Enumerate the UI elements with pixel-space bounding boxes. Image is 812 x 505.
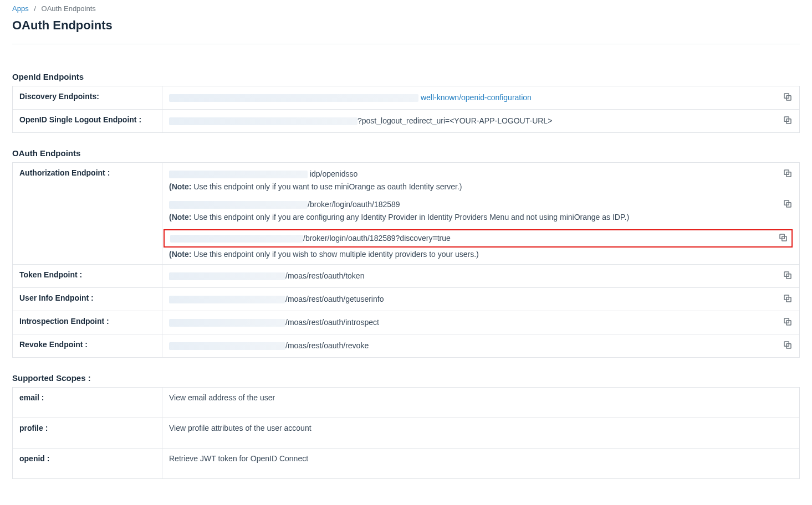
scope-profile-row: profile : View profile attributes of the… [13,418,800,449]
logout-row: OpenID Single Logout Endpoint : ?post_lo… [13,110,800,133]
copy-icon[interactable] [783,270,793,280]
scope-openid-row: openid : Retrieve JWT token for OpenID C… [13,449,800,479]
breadcrumb: Apps / OAuth Endpoints [12,4,800,13]
revoke-label: Revoke Endpoint : [13,334,162,358]
breadcrumb-apps-link[interactable]: Apps [12,4,29,13]
scope-openid-desc: Retrieve JWT token for OpenID Connect [162,449,800,479]
scope-email-desc: View email address of the user [162,388,800,418]
introspect-value: /moas/rest/oauth/introspect [169,317,776,328]
page-title: OAuth Endpoints [12,18,800,44]
userinfo-value: /moas/rest/oauth/getuserinfo [169,293,776,305]
introspect-row: Introspection Endpoint : /moas/rest/oaut… [13,311,800,334]
breadcrumb-separator: / [34,4,36,13]
copy-icon[interactable] [783,92,793,102]
scopes-section-heading: Supported Scopes : [12,373,800,383]
auth-ep1-value: idp/openidsso [169,168,776,180]
breadcrumb-current: OAuth Endpoints [42,4,96,13]
openid-section-heading: OpenId Endpoints [12,72,800,81]
auth-ep1-note: (Note: Use this endpoint only if you wan… [169,182,793,191]
auth-ep3-highlighted: /broker/login/oauth/182589?discovery=tru… [164,229,793,248]
token-value: /moas/rest/oauth/token [169,270,776,282]
introspect-label: Introspection Endpoint : [13,311,162,334]
discovery-row: Discovery Endpoints: well-known/openid-c… [13,86,800,110]
scopes-table: email : View email address of the user p… [12,387,800,479]
auth-row: Authorization Endpoint : idp/openidsso (… [13,163,800,265]
copy-icon[interactable] [778,233,788,243]
token-label: Token Endpoint : [13,265,162,288]
openid-endpoints-table: Discovery Endpoints: well-known/openid-c… [12,86,800,133]
userinfo-row: User Info Endpoint : /moas/rest/oauth/ge… [13,288,800,311]
token-row: Token Endpoint : /moas/rest/oauth/token [13,265,800,288]
copy-icon[interactable] [783,115,793,125]
oauth-endpoints-table: Authorization Endpoint : idp/openidsso (… [12,162,800,358]
revoke-value: /moas/rest/oauth/revoke [169,340,776,352]
copy-icon[interactable] [783,340,793,350]
scope-openid-label: openid : [13,449,162,479]
scope-profile-desc: View profile attributes of the user acco… [162,418,800,449]
scope-email-row: email : View email address of the user [13,388,800,418]
logout-label: OpenID Single Logout Endpoint : [13,110,162,133]
discovery-link[interactable]: well-known/openid-configuration [421,93,532,102]
discovery-label: Discovery Endpoints: [13,86,162,110]
scope-email-label: email : [13,388,162,418]
scope-profile-label: profile : [13,418,162,449]
auth-ep2-value: /broker/login/oauth/182589 [169,199,776,210]
auth-ep3-note: (Note: Use this endpoint only if you wis… [169,250,793,259]
copy-icon[interactable] [783,199,793,209]
oauth-section-heading: OAuth Endpoints [12,148,800,158]
discovery-value: well-known/openid-configuration [169,92,776,104]
copy-icon[interactable] [783,293,793,303]
auth-ep2-note: (Note: Use this endpoint only if you are… [169,213,793,221]
revoke-row: Revoke Endpoint : /moas/rest/oauth/revok… [13,334,800,358]
auth-label: Authorization Endpoint : [13,163,162,265]
logout-value: ?post_logout_redirect_uri=<YOUR-APP-LOGO… [169,115,776,127]
auth-ep3-value: /broker/login/oauth/182589?discovery=tru… [170,233,772,244]
copy-icon[interactable] [783,317,793,327]
copy-icon[interactable] [783,168,793,178]
userinfo-label: User Info Endpoint : [13,288,162,311]
